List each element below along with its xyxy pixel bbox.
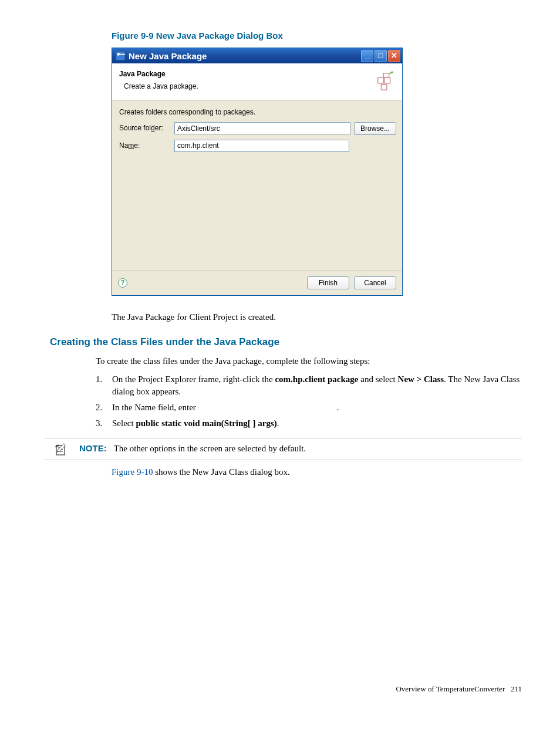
maximize-button[interactable]: □ bbox=[375, 50, 387, 62]
step-text: Select public static void main(String[ ]… bbox=[112, 417, 522, 430]
package-wizard-icon bbox=[116, 51, 125, 60]
step-text: In the Name field, enter. bbox=[112, 401, 522, 414]
finish-button[interactable]: Finish bbox=[307, 276, 349, 289]
body-hint: Creates folders corresponding to package… bbox=[119, 107, 396, 117]
svg-rect-1 bbox=[384, 77, 390, 83]
step-number: 3. bbox=[96, 417, 112, 430]
close-button[interactable]: ✕ bbox=[388, 50, 400, 62]
steps-intro: To create the class files under the Java… bbox=[96, 355, 522, 367]
button-bar: ? Finish Cancel bbox=[112, 270, 402, 295]
after-note-text: shows the New Java Class dialog box. bbox=[153, 467, 289, 477]
step-text: On the Project Explorer frame, right-cli… bbox=[112, 373, 522, 398]
step-1: 1. On the Project Explorer frame, right-… bbox=[96, 373, 522, 398]
minimize-button[interactable]: _ bbox=[361, 50, 373, 62]
titlebar: New Java Package _ □ ✕ bbox=[112, 48, 402, 63]
figure-caption: Figure 9-9 New Java Package Dialog Box bbox=[112, 29, 522, 42]
note-icon bbox=[44, 438, 79, 457]
footer-text: Overview of TemperatureConverter bbox=[396, 684, 505, 693]
after-note-paragraph: Figure 9-10 shows the New Java Class dia… bbox=[112, 466, 522, 478]
note-label: NOTE: bbox=[79, 443, 107, 453]
step-number: 1. bbox=[96, 373, 112, 398]
page-footer: Overview of TemperatureConverter 211 bbox=[44, 684, 522, 694]
step-2: 2. In the Name field, enter. bbox=[96, 401, 522, 414]
section-heading: Creating the Class Files under the Java … bbox=[50, 335, 522, 349]
paragraph-after-figure: The Java Package for Client Project is c… bbox=[112, 311, 522, 323]
steps-list: 1. On the Project Explorer frame, right-… bbox=[96, 373, 522, 430]
name-row: Name: bbox=[119, 140, 396, 152]
figure-link[interactable]: Figure 9-10 bbox=[112, 467, 153, 477]
window-buttons: _ □ ✕ bbox=[361, 50, 402, 62]
name-input[interactable] bbox=[174, 140, 349, 152]
help-icon[interactable]: ? bbox=[118, 278, 127, 288]
dialog-title: New Java Package bbox=[129, 50, 207, 62]
header-title: Java Package bbox=[119, 69, 374, 79]
step-number: 2. bbox=[96, 401, 112, 414]
note-body: NOTE:The other options in the screen are… bbox=[79, 438, 522, 460]
dialog-body: Creates folders corresponding to package… bbox=[112, 100, 402, 270]
new-java-package-dialog: New Java Package _ □ ✕ Java Package Crea… bbox=[112, 48, 403, 296]
source-folder-label: Source folder: bbox=[119, 123, 171, 133]
package-icon bbox=[374, 69, 397, 93]
dialog-header: Java Package Create a Java package. bbox=[112, 63, 402, 100]
source-folder-row: Source folder: Browse... bbox=[119, 122, 396, 135]
step-3: 3. Select public static void main(String… bbox=[96, 417, 522, 430]
svg-rect-3 bbox=[383, 73, 389, 78]
cancel-button[interactable]: Cancel bbox=[354, 276, 396, 289]
name-label: Name: bbox=[119, 141, 171, 151]
header-description: Create a Java package. bbox=[124, 82, 374, 92]
browse-button[interactable]: Browse... bbox=[354, 122, 396, 135]
svg-rect-2 bbox=[381, 85, 387, 90]
source-folder-input[interactable] bbox=[174, 122, 350, 134]
note-block: NOTE:The other options in the screen are… bbox=[44, 438, 522, 460]
page-number: 211 bbox=[511, 684, 522, 693]
header-text: Java Package Create a Java package. bbox=[119, 69, 374, 92]
note-text: The other options in the screen are sele… bbox=[114, 444, 306, 453]
svg-rect-0 bbox=[378, 77, 384, 83]
